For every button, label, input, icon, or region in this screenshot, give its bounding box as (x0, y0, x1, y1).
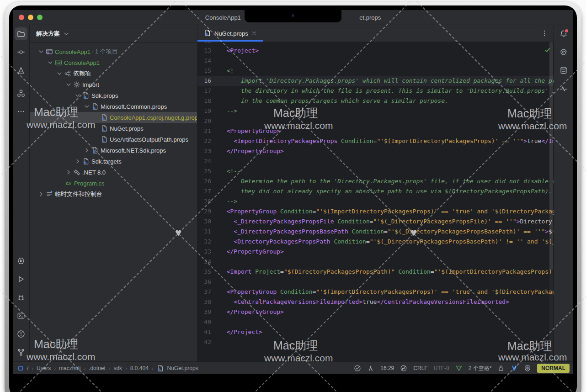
caret-position[interactable]: 16:29 (380, 365, 394, 371)
code-line-41[interactable]: 41 </Project> (197, 327, 554, 337)
tree-row-consoleapp1[interactable]: ConsoleApp1 · 1 个项目 (30, 46, 197, 57)
run-icon[interactable] (15, 273, 27, 286)
breadcrumb-item[interactable]: sdk (113, 365, 122, 371)
code-line-37[interactable]: 37 <PropertyGroup Condition="'$(ImportDi… (197, 287, 554, 297)
terminal-icon[interactable] (15, 309, 27, 322)
code-line-27[interactable]: 27 they did not already specify an absol… (197, 186, 554, 196)
tree-row-consoleapp1[interactable]: C#ConsoleApp1 (30, 57, 197, 68)
debug-icon[interactable] (15, 291, 27, 304)
tree-row-依赖项[interactable]: 依赖项 (30, 68, 197, 79)
code-line-15[interactable]: 15 <!-- (197, 66, 554, 76)
code-line-33[interactable]: 33 </PropertyGroup> (197, 247, 554, 257)
code-line-24[interactable]: 24 (197, 156, 554, 166)
line-ending[interactable]: CRLF (413, 365, 427, 371)
ai-pyramid-icon[interactable] (15, 64, 27, 77)
code-line-39[interactable]: 39 </PropertyGroup> (197, 307, 554, 317)
code-line-13[interactable]: 13 <Project> (197, 46, 554, 56)
code-line-34[interactable]: 34 (197, 257, 554, 267)
pulse-icon[interactable] (557, 82, 570, 95)
ai-assistant-icon[interactable] (557, 46, 570, 58)
code-line-21[interactable]: 21 <PropertyGroup> (197, 126, 554, 136)
more-icon[interactable] (15, 105, 27, 118)
code-line-20[interactable]: 20 (197, 116, 554, 126)
breadcrumb-item[interactable]: 8.0.404 (130, 365, 149, 371)
code-line-32[interactable]: 32 <DirectoryPackagesPropsPath Condition… (197, 237, 554, 247)
code-line-42[interactable]: 42 (197, 337, 554, 347)
commit-icon[interactable] (15, 46, 27, 58)
vim-mode-badge[interactable]: NORMAL (537, 364, 570, 373)
database-icon[interactable] (557, 64, 570, 77)
code-line-40[interactable]: 40 (197, 317, 554, 327)
git-branch-icon[interactable] (15, 346, 27, 359)
chevron-down-icon[interactable] (83, 103, 91, 110)
zoom-window-button[interactable] (37, 15, 43, 20)
lambda-icon[interactable] (367, 365, 374, 372)
code-line-19[interactable]: 19 --> (197, 106, 554, 116)
tree-row-sdk-targets[interactable]: Sdk.targets (30, 156, 197, 167)
code-line-14[interactable]: 14 (197, 56, 554, 66)
code-line-31[interactable]: 31 <_DirectoryPackagesPropsBasePath Cond… (197, 227, 554, 237)
breadcrumb-item[interactable]: / (27, 365, 28, 371)
code-line-26[interactable]: 26 Determine the path to the 'Directory.… (197, 176, 554, 186)
tool-window-header[interactable]: 解决方案 (30, 25, 197, 42)
code-line-29[interactable]: 29 <PropertyGroup Condition="'$(ImportDi… (197, 207, 554, 217)
code-line-30[interactable]: 30 <_DirectoryPackagesPropsFile Conditio… (197, 217, 554, 227)
tree-row--net-8-0[interactable]: .NET 8.0 (30, 167, 197, 178)
code-line-36[interactable]: 36 (197, 277, 554, 287)
code-editor[interactable]: 1213 <Project>1415 <!--16 Import 'Direct… (197, 42, 554, 361)
folder-icon[interactable] (15, 27, 27, 40)
code-line-12[interactable]: 12 (197, 42, 554, 46)
tree-row-microsoft-common-props[interactable]: Microsoft.Common.props (30, 101, 197, 112)
tree-row-useartifactsoutputpath-props[interactable]: UseArtifactsOutputPath.props (30, 134, 197, 145)
line-number: 12 (197, 42, 215, 46)
inspection-triangle-icon[interactable] (455, 365, 463, 372)
file-encoding[interactable]: UTF-8 (434, 365, 449, 371)
problems-icon[interactable] (15, 328, 27, 340)
code-line-18[interactable]: 18 in the common props/targets which ser… (197, 96, 554, 106)
chevron-right-icon[interactable] (64, 169, 73, 176)
minimize-window-button[interactable] (28, 15, 33, 20)
bell-icon[interactable] (557, 27, 570, 40)
tree-row-microsoft-net-sdk-props[interactable]: Microsoft.NET.Sdk.props (30, 145, 197, 156)
breadcrumb-item[interactable]: NuGet.props (167, 365, 198, 371)
code-line-28[interactable]: 28 --> (197, 196, 554, 207)
profiler-icon[interactable] (15, 254, 27, 267)
chevron-down-icon[interactable] (37, 48, 45, 55)
chevron-right-icon[interactable] (83, 147, 91, 154)
vim-logo-icon[interactable] (511, 365, 518, 372)
structure-icon[interactable] (15, 87, 27, 100)
scrollbar-thumb[interactable] (549, 42, 553, 270)
chevron-right-icon[interactable] (37, 191, 45, 198)
close-window-button[interactable] (19, 15, 24, 20)
kebab-menu-icon[interactable] (541, 30, 548, 37)
shield-icon[interactable] (524, 365, 531, 372)
chevron-down-icon[interactable] (74, 92, 82, 99)
indent-style[interactable]: 2 个空格* (469, 365, 492, 372)
code-line-38[interactable]: 38 <CentralPackageVersionsFileImported>t… (197, 297, 554, 307)
code-line-22[interactable]: 22 <ImportDirectoryPackagesProps Conditi… (197, 136, 554, 146)
code-line-16[interactable]: 16 Import 'Directory.Packages.props' whi… (197, 76, 554, 86)
tree-row-临时文件和控制台[interactable]: 临时文件和控制台 (30, 189, 197, 200)
code-line-35[interactable]: 35 <Import Project="$(DirectoryPackagesP… (197, 267, 554, 277)
lock-open-icon[interactable] (497, 365, 505, 372)
tree-row-nuget-props[interactable]: NuGet.props (30, 123, 197, 134)
chevron-down-icon[interactable] (55, 70, 64, 77)
highlight-off-icon[interactable] (400, 365, 407, 372)
sync-status-icon[interactable] (354, 365, 361, 372)
code-line-25[interactable]: 25 <!-- (197, 166, 554, 176)
close-tab-icon[interactable] (251, 31, 257, 36)
chevron-down-icon[interactable] (64, 81, 73, 88)
tree-row-import[interactable]: Import (30, 79, 197, 90)
breadcrumb-item[interactable]: .dotnet (89, 365, 106, 371)
tree-row-sdk-props[interactable]: Sdk.props (30, 90, 197, 101)
code-line-17[interactable]: 17 the directory in which the file is pr… (197, 86, 554, 96)
editor-scrollbar[interactable] (549, 42, 553, 359)
tab-nuget-props[interactable]: NuGet.props (197, 25, 263, 42)
code-line-23[interactable]: 23 </PropertyGroup> (197, 146, 554, 156)
chevron-down-icon[interactable] (46, 59, 54, 66)
chevron-right-icon[interactable] (74, 158, 82, 165)
breadcrumb-item[interactable]: maczhuli (59, 365, 80, 371)
tree-row-program-cs[interactable]: C#Program.cs (30, 178, 197, 189)
breadcrumb-item[interactable]: Users (37, 365, 51, 371)
tree-row-consoleapp1-csproj-nuget-g-props[interactable]: ConsoleApp1.csproj.nuget.g.props (30, 112, 197, 123)
